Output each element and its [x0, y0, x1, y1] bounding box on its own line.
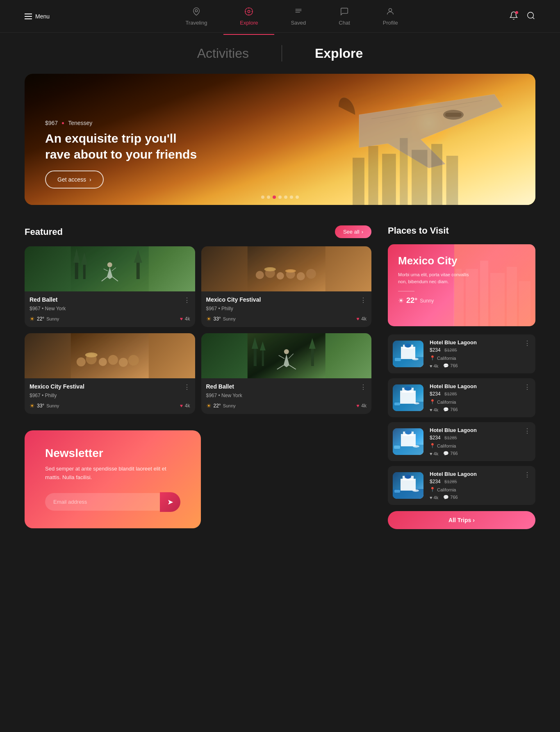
- hotel-stats-3: ♥ 4k 💬 766: [430, 451, 518, 456]
- card-image-2: [201, 246, 372, 291]
- hotel-card-4[interactable]: Hotel Blue Lagoon $234 $1285 📍 Californi…: [388, 466, 535, 505]
- sun-icon-1: ☀: [30, 316, 35, 322]
- explore-icon: [244, 7, 253, 18]
- hero-price: $967: [45, 120, 58, 126]
- hero-separator-dot: [62, 122, 64, 124]
- hotel-info-2: Hotel Blue Lagoon $234 $1285 📍 Californi…: [430, 383, 518, 412]
- hotel-price-3: $234 $1285: [430, 435, 518, 441]
- hotel-location-3: 📍 California: [430, 443, 518, 448]
- mexico-city-desc: Morbi urna elit, porta vitae convallis n…: [398, 271, 472, 285]
- card-price-location-2: $967 • Philly: [206, 306, 367, 311]
- location-pin-icon-3: 📍: [430, 443, 435, 448]
- svg-point-33: [276, 272, 284, 280]
- featured-card-2[interactable]: Mexico City Festival ⋮ $967 • Philly ☀ 3…: [201, 246, 372, 327]
- featured-card-1[interactable]: Red Ballet ⋮ $967 • New York ☀ 22° Sunny: [25, 246, 195, 327]
- svg-point-74: [414, 402, 419, 405]
- dot-2[interactable]: [267, 196, 270, 199]
- notification-bell[interactable]: [509, 11, 518, 22]
- card-likes-4: ♥ 4k: [356, 403, 367, 409]
- hotel-card-2[interactable]: Hotel Blue Lagoon $234 $1285 📍 Californi…: [388, 378, 535, 417]
- hotel-location-2: 📍 California: [430, 399, 518, 405]
- card-more-icon-1[interactable]: ⋮: [184, 296, 190, 304]
- dot-4[interactable]: [278, 196, 282, 199]
- dot-6[interactable]: [290, 196, 293, 199]
- search-button[interactable]: [526, 11, 535, 22]
- card-price-location-4: $967 • New York: [206, 393, 367, 398]
- svg-rect-14: [445, 113, 462, 117]
- card-price-location-1: $967 • New York: [30, 306, 190, 311]
- dot-5[interactable]: [284, 196, 287, 199]
- featured-card-4[interactable]: Red Ballet ⋮ $967 • New York ☀ 22° Sunny: [201, 333, 372, 414]
- all-trips-button[interactable]: All Trips ›: [388, 511, 535, 529]
- location-pin-icon-4: 📍: [430, 487, 435, 492]
- svg-point-35: [296, 272, 305, 280]
- see-all-button[interactable]: See all ›: [335, 225, 371, 238]
- card-likes-2: ♥ 4k: [356, 316, 367, 322]
- nav-item-saved[interactable]: Saved: [274, 7, 322, 26]
- svg-rect-15: [353, 158, 364, 205]
- card-info-4: Red Ballet ⋮ $967 • New York ☀ 22° Sunny: [201, 378, 372, 414]
- hotel-info-3: Hotel Blue Lagoon $234 $1285 📍 Californi…: [430, 427, 518, 456]
- dot-1[interactable]: [261, 196, 264, 199]
- card-title-4: Red Ballet: [206, 383, 234, 390]
- hero-carousel-dots: [261, 196, 299, 199]
- dot-3[interactable]: [273, 196, 276, 199]
- hotel-card-1[interactable]: Hotel Blue Lagoon $234 $1285 📍 Californi…: [388, 334, 535, 373]
- section-header: Activities Explore: [0, 33, 560, 74]
- svg-point-66: [405, 343, 411, 348]
- mexico-city-card[interactable]: Mexico City Morbi urna elit, porta vitae…: [388, 244, 535, 326]
- featured-card-3[interactable]: Mexico City Festival ⋮ $967 • Philly ☀ 3…: [25, 333, 195, 414]
- svg-rect-18: [400, 138, 407, 205]
- nav-item-traveling[interactable]: Traveling: [169, 7, 223, 26]
- hotel-more-2[interactable]: ⋮: [524, 383, 530, 391]
- sun-icon-4: ☀: [206, 402, 212, 409]
- svg-rect-39: [71, 333, 149, 378]
- svg-rect-68: [395, 358, 401, 361]
- hero-get-access-button[interactable]: Get access ›: [45, 170, 104, 189]
- section-divider: [282, 45, 282, 61]
- hotel-more-1[interactable]: ⋮: [524, 339, 530, 347]
- card-more-icon-4[interactable]: ⋮: [360, 383, 367, 391]
- featured-header: Featured See all ›: [25, 225, 371, 238]
- svg-rect-17: [382, 154, 396, 205]
- menu-button[interactable]: Menu: [25, 13, 50, 20]
- sun-icon-3: ☀: [30, 402, 35, 409]
- svg-point-45: [128, 355, 139, 366]
- card-weather-1: ☀ 22° Sunny: [30, 316, 59, 322]
- svg-point-11: [528, 12, 534, 18]
- hotel-price-1: $234 $1285: [430, 347, 518, 353]
- notification-dot: [515, 11, 518, 14]
- chat-label: Chat: [339, 20, 350, 26]
- hotel-name-4: Hotel Blue Lagoon: [430, 471, 518, 477]
- svg-point-37: [264, 267, 275, 271]
- explore-heading: Explore: [298, 46, 363, 61]
- nav-links: Traveling Explore: [74, 7, 509, 26]
- nav-item-chat[interactable]: Chat: [322, 7, 366, 26]
- hamburger-icon: [25, 14, 32, 19]
- newsletter-card: Newsletter Sed semper at ante spendisse …: [25, 430, 201, 528]
- svg-point-36: [306, 269, 316, 279]
- newsletter-send-button[interactable]: ➤: [160, 492, 180, 512]
- newsletter-email-input[interactable]: [45, 493, 160, 511]
- card-more-icon-3[interactable]: ⋮: [184, 383, 190, 391]
- svg-line-12: [533, 17, 534, 19]
- nav-item-profile[interactable]: Profile: [367, 7, 414, 26]
- dot-7[interactable]: [296, 196, 299, 199]
- traveling-icon: [192, 7, 201, 18]
- svg-rect-21: [446, 156, 458, 205]
- nav-item-explore[interactable]: Explore: [223, 7, 274, 26]
- profile-label: Profile: [383, 20, 398, 26]
- card-info-3: Mexico City Festival ⋮ $967 • Philly ☀ 3…: [25, 378, 195, 414]
- hotel-card-3[interactable]: Hotel Blue Lagoon $234 $1285 📍 Californi…: [388, 422, 535, 461]
- card-more-icon-2[interactable]: ⋮: [360, 296, 367, 304]
- svg-point-81: [413, 445, 419, 448]
- location-pin-icon-1: 📍: [430, 355, 435, 361]
- heart-icon-1: ♥: [180, 316, 183, 322]
- places-header: Places to Visit: [388, 225, 535, 236]
- mexico-content: Mexico City Morbi urna elit, porta vitae…: [398, 255, 525, 305]
- places-title: Places to Visit: [388, 225, 449, 236]
- hotel-more-4[interactable]: ⋮: [524, 471, 530, 479]
- svg-rect-20: [431, 144, 442, 205]
- hotel-more-3[interactable]: ⋮: [524, 427, 530, 435]
- card-weather-4: ☀ 22° Sunny: [206, 402, 236, 409]
